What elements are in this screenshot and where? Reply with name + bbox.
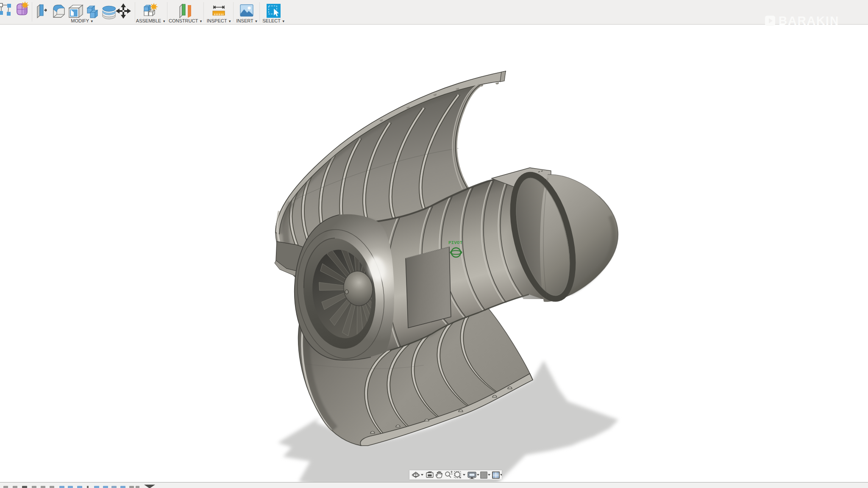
svg-text:PIVOT: PIVOT: [448, 240, 462, 245]
